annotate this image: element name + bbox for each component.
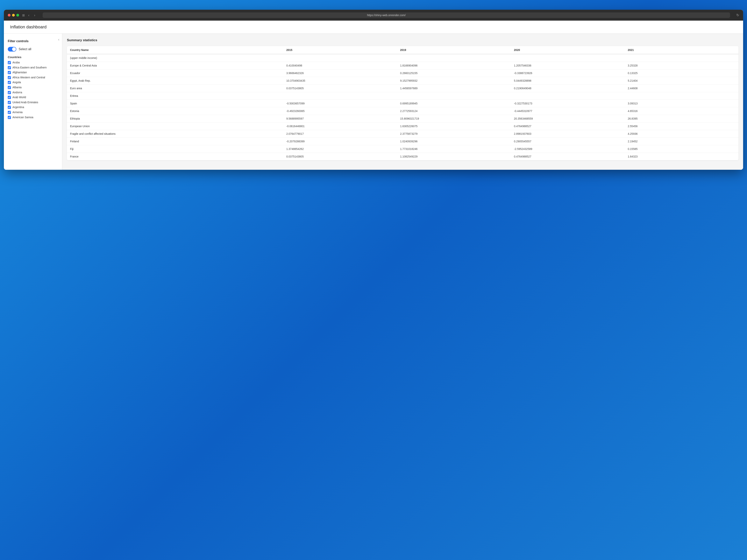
back-button[interactable]: ‹: [27, 13, 30, 18]
sidebar: ‹ Filter controls Select all Countries A…: [4, 34, 62, 170]
country-checkbox-argentina[interactable]: [8, 106, 11, 109]
cell-country: Euro area: [67, 85, 283, 92]
cell-country: Estonia: [67, 107, 283, 115]
browser-window: ⊞ ‹ › https://shiny-web.onrender.com/ ↻ …: [4, 10, 743, 170]
app-content: Inflation dashboard ‹ Filter controls Se…: [4, 21, 743, 170]
country-checkbox-uae[interactable]: [8, 101, 11, 104]
sidebar-collapse-button[interactable]: ‹: [58, 37, 59, 42]
cell-2020: 0.2190649048: [511, 85, 625, 92]
cell-2015: 0.410040498: [283, 62, 397, 70]
country-checkbox-american-samoa[interactable]: [8, 116, 11, 119]
cell-country: Ecuador: [67, 70, 283, 77]
country-label: Andorra: [12, 90, 22, 95]
country-checkbox-aruba[interactable]: [8, 61, 11, 64]
cell-2020: [511, 54, 625, 62]
country-checkbox-afghanistan[interactable]: [8, 71, 11, 74]
refresh-button[interactable]: ↻: [736, 13, 739, 17]
col-header-2019: 2019: [397, 46, 511, 54]
cell-2015: -0.4923260065: [283, 107, 397, 115]
cell-country: Fragile and conflict affected situations: [67, 130, 283, 138]
cell-2019: [397, 92, 511, 100]
country-label: American Samoa: [12, 115, 33, 119]
url-bar[interactable]: https://shiny-web.onrender.com/: [43, 12, 730, 18]
cell-2019: 2.3775873279: [397, 130, 511, 138]
list-item: Angola: [8, 80, 58, 84]
main-layout: ‹ Filter controls Select all Countries A…: [4, 34, 743, 170]
browser-chrome: ⊞ ‹ › https://shiny-web.onrender.com/ ↻: [4, 10, 743, 21]
cell-2020: 2.8981937603: [511, 130, 625, 138]
cell-2019: 1.0240939296: [397, 138, 511, 145]
cell-2019: [397, 54, 511, 62]
country-checkbox-albania[interactable]: [8, 86, 11, 89]
app-title: Inflation dashboard: [10, 25, 737, 30]
table-row: Fiji 1.3748854262 1.7731018246 -2.595243…: [67, 145, 739, 153]
table-row: Ecuador 3.9666462326 0.2660125155 -0.338…: [67, 70, 739, 77]
sidebar-toggle-button[interactable]: ⊞: [22, 14, 25, 17]
country-label: Afghanistan: [12, 71, 27, 75]
cell-2020: 1.2057546336: [511, 62, 625, 70]
list-item: United Arab Emirates: [8, 101, 58, 104]
table-row: France 0.0375143805 1.1082549229 0.47649…: [67, 153, 739, 160]
cell-2015: -0.5003657099: [283, 100, 397, 107]
list-item: Afghanistan: [8, 71, 58, 75]
section-title: Summary statistics: [67, 38, 739, 42]
cell-2019: 0.6995189945: [397, 100, 511, 107]
cell-2021: 26.8395: [625, 115, 739, 123]
cell-2020: 5.0449328898: [511, 77, 625, 85]
country-label: Armenia: [12, 110, 23, 114]
table-row: Fragile and conflict affected situations…: [67, 130, 739, 138]
country-checkbox-andorra[interactable]: [8, 91, 11, 94]
cell-2015: [283, 54, 397, 62]
cell-2019: 0.2660125155: [397, 70, 511, 77]
minimize-button[interactable]: [12, 14, 15, 17]
cell-2019: 15.8096321719: [397, 115, 511, 123]
col-header-2020: 2020: [511, 46, 625, 54]
cell-2015: 3.9666462326: [283, 70, 397, 77]
cell-country: France: [67, 153, 283, 160]
cell-2021: 2.55456: [625, 123, 739, 130]
list-item: Arab World: [8, 96, 58, 99]
close-button[interactable]: [8, 14, 10, 17]
forward-button[interactable]: ›: [33, 13, 36, 18]
country-checkbox-angola[interactable]: [8, 81, 11, 84]
country-label: Angola: [12, 80, 21, 84]
table-row: Spain -0.5003657099 0.6995189945 -0.3227…: [67, 100, 739, 107]
cell-2021: 0.13325: [625, 70, 739, 77]
country-list: Aruba Africa Eastern and Southern Afghan…: [8, 61, 58, 119]
cell-2019: 1.7731018246: [397, 145, 511, 153]
col-header-country: Country Name: [67, 46, 283, 54]
fullscreen-button[interactable]: [16, 14, 19, 17]
cell-2021: 4.65316: [625, 107, 739, 115]
cell-2015: -0.2079288399: [283, 138, 397, 145]
cell-2015: 1.3748854262: [283, 145, 397, 153]
cell-2020: 20.3563468559: [511, 115, 625, 123]
list-item: Armenia: [8, 110, 58, 114]
country-label: Aruba: [12, 61, 20, 64]
cell-2021: 4.25936: [625, 130, 739, 138]
select-all-row: Select all: [8, 47, 58, 52]
table-row: Eritrea: [67, 92, 739, 100]
cell-2015: 10.3704903435: [283, 77, 397, 85]
cell-2019: 9.1527995932: [397, 77, 511, 85]
traffic-lights: [8, 14, 19, 17]
cell-country: Ethiopia: [67, 115, 283, 123]
country-checkbox-africa-eastern[interactable]: [8, 66, 11, 69]
select-all-toggle[interactable]: [8, 47, 16, 52]
cell-country: Finland: [67, 138, 283, 145]
list-item: American Samoa: [8, 115, 58, 119]
stats-table-wrapper: Country Name 2015 2019 2020 2021 (upper …: [67, 46, 739, 160]
table-row: (upper middle income): [67, 54, 739, 62]
country-checkbox-arab-world[interactable]: [8, 96, 11, 99]
cell-2015: 2.0764779017: [283, 130, 397, 138]
cell-2021: 2.44608: [625, 85, 739, 92]
country-label: Africa Eastern and Southern: [12, 66, 47, 70]
cell-2020: -0.3388723926: [511, 70, 625, 77]
country-checkbox-africa-western[interactable]: [8, 76, 11, 79]
cell-2020: 0.4764988527: [511, 153, 625, 160]
list-item: Africa Western and Central: [8, 76, 58, 80]
cell-2021: [625, 92, 739, 100]
countries-label: Countries: [8, 55, 58, 59]
country-checkbox-armenia[interactable]: [8, 111, 11, 114]
content-area: Summary statistics Country Name 2015 201…: [62, 34, 743, 170]
list-item: Andorra: [8, 90, 58, 95]
